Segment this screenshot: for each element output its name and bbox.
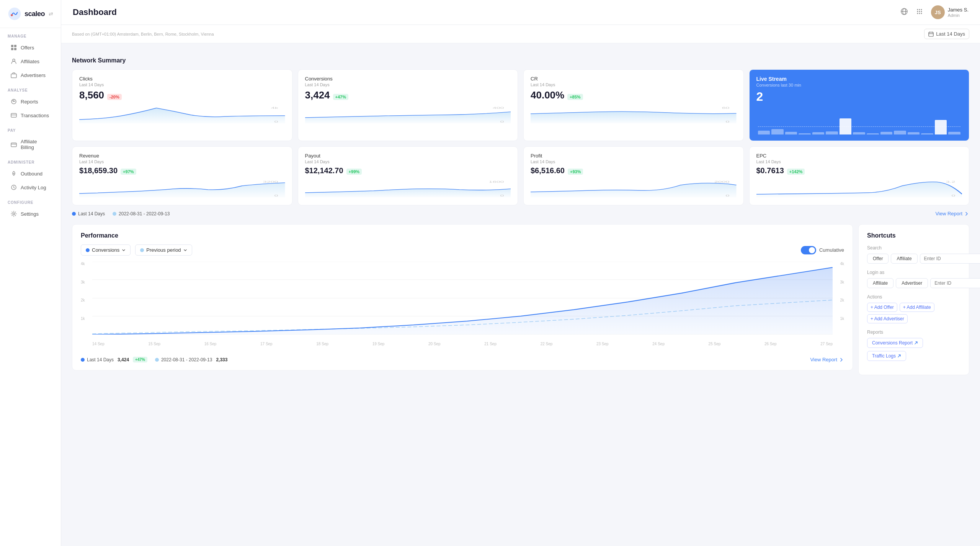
bar: [826, 131, 838, 134]
date-range-button[interactable]: Last 14 Days: [924, 29, 969, 39]
legend-current-label: Last 14 Days: [78, 211, 105, 216]
actions-label: Actions: [867, 294, 960, 300]
logo-area: scaleo ⇄: [0, 0, 61, 28]
sidebar-item-reports[interactable]: Reports: [3, 95, 58, 108]
grid-apps-icon[interactable]: [916, 8, 923, 17]
globe-icon[interactable]: [900, 8, 908, 17]
svg-rect-2: [11, 45, 13, 47]
card-icon: [11, 112, 17, 118]
svg-point-1: [11, 14, 13, 16]
page-title: Dashboard: [73, 7, 117, 17]
chart-controls: Conversions Previous period Cumulative: [81, 244, 844, 256]
main-area: Dashboard JS James S. Admin Based on (GM…: [61, 0, 980, 546]
bar: [880, 132, 893, 134]
cr-value: 40.00%: [531, 89, 564, 101]
pay-badge: +99%: [346, 169, 362, 175]
login-advertiser-btn[interactable]: Advertiser: [896, 278, 928, 288]
topbar-right: JS James S. Admin: [900, 5, 969, 19]
login-input[interactable]: [930, 278, 980, 288]
metric-card-conversions: Conversions Last 14 Days 3,424 +47% 400 …: [298, 69, 518, 141]
period-dropdown[interactable]: Previous period: [135, 244, 192, 256]
metric-card-profit: Profit Last 14 Days $6,516.60 +93% 2000 …: [523, 146, 744, 205]
nav-section-analyse: ANALYSE: [0, 82, 61, 95]
svg-rect-7: [11, 74, 16, 78]
svg-text:4k: 4k: [271, 106, 278, 110]
rev-sublabel: Last 14 Days: [79, 159, 285, 164]
add-offer-btn[interactable]: + Add Offer: [867, 303, 897, 312]
search-affiliate-btn[interactable]: Affiliate: [891, 254, 917, 264]
shortcuts-actions-section: Actions + Add Offer + Add Affiliate + Ad…: [867, 294, 960, 323]
clicks-label: Clicks: [79, 76, 285, 82]
perf-legend-prev: 2022-08-31 - 2022-09-13: [161, 357, 212, 362]
performance-title: Performance: [81, 232, 844, 239]
svg-point-18: [921, 9, 922, 10]
search-offer-btn[interactable]: Offer: [867, 254, 889, 264]
metrics-row-2: Revenue Last 14 Days $18,659.30 +97% 320…: [72, 146, 969, 205]
topbar: Dashboard JS James S. Admin: [61, 0, 980, 25]
dropdown-dot: [86, 248, 90, 252]
traffic-logs-link[interactable]: Traffic Logs: [867, 351, 906, 361]
epc-chart: 3.2 0: [756, 178, 962, 197]
perf-legend-badge: +47%: [133, 357, 147, 362]
x-labels: 14 Sep 15 Sep 16 Sep 17 Sep 18 Sep 19 Se…: [92, 342, 833, 346]
sidebar-item-affiliate-billing[interactable]: Affiliate Billing: [3, 135, 58, 154]
add-advertiser-btn[interactable]: + Add Advertiser: [867, 314, 908, 323]
metric-card-clicks: Clicks Last 14 Days 8,560 -20% 4k 0: [72, 69, 292, 141]
nav-section-pay: PAY: [0, 122, 61, 135]
performance-svg: [92, 262, 833, 334]
sidebar-item-activity-log[interactable]: Activity Log: [3, 181, 58, 194]
sidebar-item-advertisers[interactable]: Advertisers: [3, 69, 58, 82]
search-input[interactable]: [920, 254, 980, 264]
prof-sublabel: Last 14 Days: [531, 159, 737, 164]
svg-point-17: [919, 9, 920, 10]
sidebar-item-affiliates[interactable]: Affiliates: [3, 55, 58, 68]
clicks-chart: 4k 0: [79, 104, 285, 123]
briefcase-icon: [11, 72, 17, 78]
perf-legend-prev-value: 2,333: [216, 357, 227, 362]
nav-section-configure: CONFIGURE: [0, 194, 61, 207]
svg-point-11: [13, 173, 15, 174]
content-inner: Network Summary Clicks Last 14 Days 8,56…: [61, 43, 980, 386]
chart-svg-wrapper: [92, 262, 833, 334]
conv-badge: +47%: [333, 94, 348, 100]
svg-point-16: [917, 9, 918, 10]
add-affiliate-btn[interactable]: + Add Affiliate: [900, 303, 934, 312]
search-label: Search: [867, 245, 960, 251]
epc-value: $0.7613: [756, 166, 784, 175]
svg-rect-5: [14, 48, 16, 50]
network-view-report[interactable]: View Report: [935, 211, 969, 216]
conversions-report-link[interactable]: Conversions Report: [867, 338, 923, 348]
prof-chart: 2000 0: [531, 178, 737, 197]
performance-row: Performance Conversions Previous period: [72, 224, 969, 375]
svg-point-13: [13, 213, 15, 215]
sidebar-item-offers[interactable]: Offers: [3, 41, 58, 54]
metric-card-payout: Payout Last 14 Days $12,142.70 +99% 1600…: [298, 146, 518, 205]
login-as-label: Login as: [867, 270, 960, 275]
svg-text:400: 400: [492, 106, 504, 110]
epc-label: EPC: [756, 153, 962, 159]
sidebar-item-outbound[interactable]: Outbound: [3, 167, 58, 180]
svg-text:0: 0: [500, 120, 504, 123]
date-range-label: Last 14 Days: [936, 31, 965, 37]
perf-legend-current: Last 14 Days: [87, 357, 114, 362]
epc-badge: +142%: [787, 169, 805, 175]
user-menu[interactable]: JS James S. Admin: [931, 5, 969, 19]
sidebar-item-settings[interactable]: Settings: [3, 207, 58, 220]
conv-sublabel: Last 14 Days: [305, 82, 511, 87]
svg-text:0: 0: [951, 194, 955, 197]
login-affiliate-btn[interactable]: Affiliate: [867, 278, 893, 288]
bar: [853, 132, 865, 134]
sidebar-toggle[interactable]: ⇄: [49, 11, 53, 17]
perf-view-report[interactable]: View Report: [810, 357, 844, 362]
conversions-dropdown[interactable]: Conversions: [81, 244, 131, 256]
svg-text:3200: 3200: [263, 180, 278, 184]
prof-label: Profit: [531, 153, 737, 159]
bar: [867, 133, 879, 135]
logo-text: scaleo: [24, 10, 45, 18]
bar: [894, 131, 906, 135]
cumulative-toggle[interactable]: [801, 246, 816, 254]
epc-sublabel: Last 14 Days: [756, 159, 962, 164]
sidebar-item-transactions[interactable]: Transactions: [3, 109, 58, 122]
rev-label: Revenue: [79, 153, 285, 159]
y-labels-left: 4k 3k 2k 1k: [81, 262, 91, 334]
